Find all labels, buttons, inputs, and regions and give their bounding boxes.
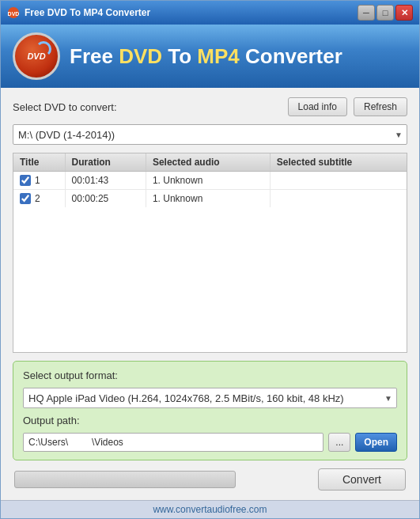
titlebar: DVD Free DVD To MP4 Converter ─ □ ✕ <box>1 1 419 25</box>
window-controls: ─ □ ✕ <box>358 5 413 21</box>
footer-text: www.convertaudiofree.com <box>153 504 267 515</box>
close-button[interactable]: ✕ <box>395 5 413 21</box>
cell-audio-1: 1. Unknown <box>146 190 270 208</box>
app-title: Free DVD To MP4 Converter <box>70 45 342 68</box>
convert-button[interactable]: Convert <box>318 468 406 491</box>
title-mp4: MP4 <box>197 44 239 68</box>
table-row: 200:00:251. Unknown <box>13 190 407 208</box>
logo-arc <box>36 41 51 57</box>
window-title: Free DVD To MP4 Converter <box>25 7 358 18</box>
path-label: Output path: <box>23 415 397 426</box>
output-path-row: ... Open <box>23 433 397 452</box>
dvd-dropdown[interactable]: M:\ (DVD (1-4-2014)) <box>13 124 407 145</box>
content-area: Select DVD to convert: Load info Refresh… <box>1 88 419 500</box>
app-icon: DVD <box>7 6 20 19</box>
title-mid: To <box>162 44 197 68</box>
dvd-select-row: Select DVD to convert: Load info Refresh <box>13 97 407 116</box>
cell-duration-1: 00:00:25 <box>65 190 146 208</box>
col-duration: Duration <box>65 153 146 172</box>
browse-button[interactable]: ... <box>328 433 350 452</box>
title-pre: Free <box>70 44 119 68</box>
row-title-0: 1 <box>35 175 40 186</box>
cell-title-1: 2 <box>13 190 65 208</box>
cell-duration-0: 00:01:43 <box>65 172 146 190</box>
title-table-container: Title Duration Selected audio Selected s… <box>13 153 407 353</box>
col-title: Title <box>13 153 65 172</box>
refresh-button[interactable]: Refresh <box>354 97 407 116</box>
load-info-button[interactable]: Load info <box>288 97 347 116</box>
bottom-row: Convert <box>13 468 407 491</box>
cell-subtitle-0 <box>270 172 407 190</box>
cell-audio-0: 1. Unknown <box>146 172 270 190</box>
format-label: Select output format: <box>23 369 397 381</box>
title-dvd: DVD <box>119 44 162 68</box>
open-button[interactable]: Open <box>355 433 397 452</box>
header-area: DVD Free DVD To MP4 Converter <box>1 25 419 88</box>
footer: www.convertaudiofree.com <box>1 500 419 518</box>
output-section: Select output format: HQ Apple iPad Vide… <box>13 361 407 460</box>
progress-bar <box>14 471 236 488</box>
format-dropdown-wrap: HQ Apple iPad Video (H.264, 1024x768, 2.… <box>23 388 397 408</box>
minimize-button[interactable]: ─ <box>358 5 375 21</box>
cell-title-0: 1 <box>13 172 65 190</box>
dvd-select-label: Select DVD to convert: <box>13 101 117 113</box>
title-table: Title Duration Selected audio Selected s… <box>13 153 407 207</box>
cell-subtitle-1 <box>270 190 407 208</box>
title-post: Converter <box>240 44 342 68</box>
dvd-dropdown-wrap: M:\ (DVD (1-4-2014)) <box>13 124 407 145</box>
svg-text:DVD: DVD <box>8 11 20 17</box>
row-title-1: 2 <box>35 193 40 204</box>
format-dropdown[interactable]: HQ Apple iPad Video (H.264, 1024x768, 2.… <box>23 388 397 408</box>
output-path-input[interactable] <box>23 433 324 452</box>
maximize-button[interactable]: □ <box>376 5 394 21</box>
col-audio: Selected audio <box>146 153 270 172</box>
row-checkbox-0[interactable] <box>20 175 31 186</box>
table-row: 100:01:431. Unknown <box>13 172 407 190</box>
col-subtitle: Selected subtitle <box>270 153 407 172</box>
table-header-row: Title Duration Selected audio Selected s… <box>13 153 407 172</box>
logo: DVD <box>13 32 60 80</box>
main-window: DVD Free DVD To MP4 Converter ─ □ ✕ DVD … <box>0 0 420 519</box>
row-checkbox-1[interactable] <box>20 193 31 204</box>
